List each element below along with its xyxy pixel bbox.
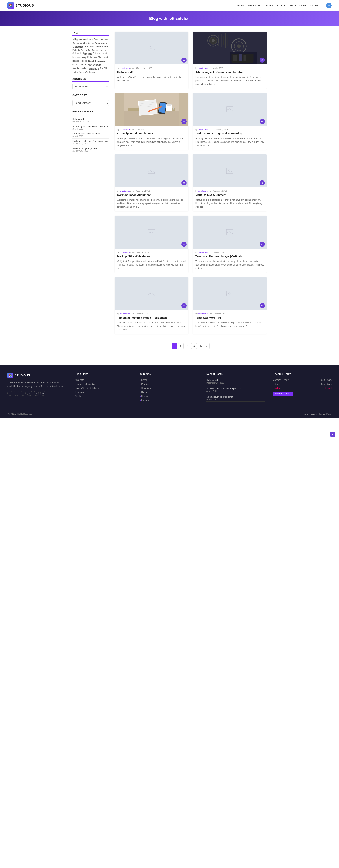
nav-social-button[interactable]: ⊕ [326, 3, 332, 8]
tag-alignment[interactable]: Alignment [72, 38, 86, 41]
tag-wordpress-tv[interactable]: Wordpress.Tv [85, 71, 97, 73]
terms-link[interactable]: Terms of Service [303, 413, 317, 415]
tag-layout[interactable]: Layout [101, 52, 107, 55]
footer-recent-post-title[interactable]: Hello World [206, 379, 265, 382]
blog-card-title[interactable]: Markup: Text Alignment [195, 193, 264, 197]
blog-card-title[interactable]: Markup: Image Alignment [117, 193, 186, 197]
tag-html[interactable]: Html [80, 52, 84, 55]
tag-link[interactable]: Link [72, 56, 76, 59]
page-btn-3[interactable]: 3 [185, 343, 190, 349]
nav-contact[interactable]: CONTACT [310, 4, 322, 7]
author-link[interactable]: privatetutor [120, 251, 130, 253]
recent-post-link[interactable]: Hello World! [72, 118, 84, 120]
tag-strike[interactable]: Strike [81, 67, 87, 70]
page-btn-2[interactable]: 2 [178, 343, 184, 349]
tag-image[interactable]: Image [84, 52, 92, 55]
tag-must-read[interactable]: Must Read [98, 56, 108, 59]
recent-post-link[interactable]: Lorem Ipsum Dolor Sit Amet [72, 132, 100, 135]
tag-standard[interactable]: Standard [72, 67, 81, 70]
share-button[interactable]: ⊕ [260, 58, 265, 63]
tag-gallery[interactable]: Gallery [72, 52, 79, 55]
tag-embeds[interactable]: Embeds [72, 49, 80, 51]
footer-link-item[interactable]: Page With Right Sidebar [74, 386, 133, 390]
tag-featured-image[interactable]: Featured Image [92, 49, 106, 51]
subject-electronics[interactable]: Electronics [140, 398, 199, 402]
tag-shortcode[interactable]: Shortcode [89, 64, 101, 66]
social-youtube[interactable]: y [34, 391, 39, 396]
privacy-link[interactable]: Privacy Policy [319, 413, 332, 415]
blog-card-title[interactable]: Markup: Title With Markup [117, 254, 186, 258]
nav-about[interactable]: ABOUT US [248, 4, 260, 7]
social-plus[interactable]: ⊕ [40, 391, 45, 396]
footer-link-item[interactable]: Site Map [74, 390, 133, 394]
tag-categories[interactable]: Categories [72, 42, 82, 44]
author-link[interactable]: privatetutor [120, 128, 130, 131]
share-button[interactable]: ⊕ [260, 242, 265, 247]
author-link[interactable]: privatetutor [198, 128, 208, 131]
footer-link-item[interactable]: Contact [74, 394, 133, 398]
tag-template[interactable]: Template [87, 67, 99, 70]
blog-card-title[interactable]: Markup: HTML Tags and Formatting [195, 132, 264, 135]
recent-post-link[interactable]: Markup: HTML Tags And Formatting [72, 140, 107, 143]
subject-physics[interactable]: Physics [140, 382, 199, 386]
tag-full[interactable]: Full [88, 49, 91, 51]
share-button[interactable]: ⊕ [181, 58, 187, 63]
footer-recent-post-title[interactable]: Adipiscing Elit, Vivamus eu pharetra [206, 388, 265, 390]
recent-post-link[interactable]: Markup: Image Alignment [72, 147, 97, 150]
nav-home[interactable]: Home [238, 4, 244, 7]
recent-post-link[interactable]: Adipiscing Elit. Vivamus Eu Pharetra [72, 125, 108, 128]
blog-card-title[interactable]: Hello world! [117, 70, 186, 74]
social-facebook[interactable]: f [7, 391, 12, 396]
tag-related[interactable]: Related [72, 60, 79, 63]
share-button[interactable]: ⊕ [181, 119, 187, 124]
tag-chat[interactable]: Chat [83, 42, 87, 44]
tag-pictures[interactable]: Pictures [80, 60, 87, 63]
nav-page[interactable]: PAGE [265, 4, 273, 7]
tag-text[interactable]: Text [100, 67, 103, 70]
make-reservation-button[interactable]: Make Reservation [273, 392, 294, 396]
social-instagram[interactable]: i [21, 391, 26, 396]
blog-card-title[interactable]: Lorem ipsum dolor sit amet [117, 132, 186, 135]
pagination-next[interactable]: Next » [198, 343, 210, 349]
subject-biology[interactable]: Biology [140, 390, 199, 394]
tag-css[interactable]: Css [84, 45, 88, 49]
author-link[interactable]: privatetutor [198, 313, 208, 315]
tag-readability[interactable]: Readability [79, 64, 89, 66]
subject-history[interactable]: History [140, 394, 199, 398]
share-button[interactable]: ⊕ [260, 119, 265, 124]
footer-link-item[interactable]: About Us [74, 378, 133, 382]
tag-audio[interactable]: Audio [94, 38, 99, 41]
author-link[interactable]: privatetutor [120, 67, 130, 69]
tag-quote[interactable]: Quote [72, 64, 78, 66]
archives-select[interactable]: Select Month [72, 84, 109, 89]
tag-edge-case[interactable]: Edge Case [96, 45, 108, 49]
blog-card-title[interactable]: Template: Featured Image (Vertical) [195, 254, 264, 258]
tag-mothership[interactable]: Mothership [87, 56, 97, 59]
subject-maths[interactable]: Maths [140, 378, 199, 382]
category-select[interactable]: Select Category [72, 100, 109, 106]
tag-excerpt[interactable]: Excerpt [81, 49, 87, 51]
tag-markup[interactable]: Markup [77, 56, 87, 59]
tag-twitter[interactable]: Twitter [72, 71, 78, 73]
social-linkedin[interactable]: in [27, 391, 32, 396]
share-button[interactable]: ⊕ [260, 180, 265, 185]
tag-comments[interactable]: Comments [94, 42, 106, 44]
blog-card-title[interactable]: Template: Featured Image (Horizontal) [117, 316, 186, 319]
author-link[interactable]: privatetutor [198, 67, 208, 69]
page-btn-1[interactable]: 1 [172, 343, 177, 349]
author-link[interactable]: privatetutor [120, 190, 130, 192]
tag-codes[interactable]: Codes [88, 42, 94, 44]
nav-shortcode[interactable]: SHORTCODE [289, 4, 306, 7]
tag-title[interactable]: Title [104, 67, 108, 70]
nav-blog[interactable]: BLOG [277, 4, 285, 7]
author-link[interactable]: privatetutor [198, 251, 208, 253]
subject-chemistry[interactable]: Chemistry [140, 386, 199, 390]
tag-content[interactable]: Content [72, 45, 83, 49]
social-pinterest[interactable]: p [14, 391, 19, 396]
tag-danish[interactable]: Danish [89, 45, 95, 49]
blog-card-title[interactable]: Template: More Tag [195, 316, 264, 319]
logo[interactable]: 📚 STUDIOUS [7, 2, 34, 9]
footer-link-item[interactable]: Blog with left sidebar [74, 382, 133, 386]
author-link[interactable]: privatetutor [120, 313, 130, 315]
author-link[interactable]: privatetutor [198, 190, 208, 192]
